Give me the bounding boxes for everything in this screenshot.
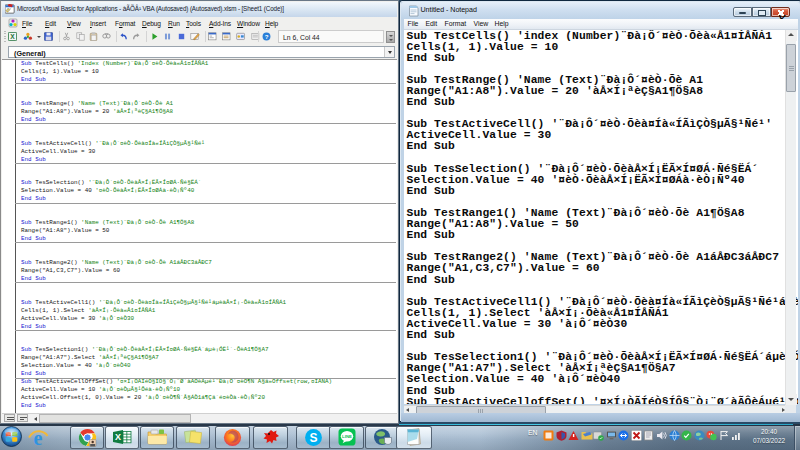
svg-text:?: ? xyxy=(265,33,269,40)
svg-text:S: S xyxy=(309,431,317,445)
svg-text:X: X xyxy=(10,33,15,40)
svg-text:LINE: LINE xyxy=(341,434,351,439)
svg-text:X: X xyxy=(115,433,121,443)
